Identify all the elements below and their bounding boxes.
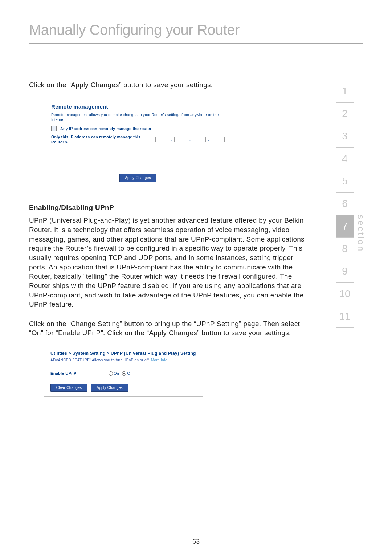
intro-paragraph: Click on the “Apply Changes” button to s…: [29, 80, 312, 90]
upnp-body: UPnP (Universal Plug-and-Play) is yet an…: [29, 216, 312, 309]
more-info-link[interactable]: More Info: [151, 358, 167, 362]
enable-upnp-label: Enable UPnP: [50, 371, 109, 376]
upnp-off-label: Off: [127, 371, 132, 376]
upnp-on-label: On: [114, 371, 119, 376]
section-nav-item-6[interactable]: 6: [336, 193, 354, 215]
upnp-panel-desc: ADVANCED FEATURE! Allows you to turn UPn…: [50, 358, 196, 363]
remote-management-panel: Remote management Remote management allo…: [44, 98, 232, 190]
ip-octet-3-input[interactable]: [193, 137, 206, 142]
section-nav-item-9[interactable]: 9: [336, 260, 354, 283]
section-nav: 1234567891011: [327, 80, 363, 328]
remote-heading: Remote management: [51, 103, 225, 110]
upnp-body-2: Click on the “Change Setting” button to …: [29, 319, 312, 338]
ip-octet-2-input[interactable]: [174, 137, 187, 142]
content-column: Click on the “Apply Changes” button to s…: [29, 80, 312, 407]
section-nav-item-10[interactable]: 10: [336, 283, 354, 305]
any-ip-checkbox[interactable]: [51, 126, 57, 131]
section-nav-item-1[interactable]: 1: [336, 80, 354, 103]
section-nav-item-2[interactable]: 2: [336, 103, 354, 125]
page-title: Manually Configuring your Router: [29, 22, 363, 44]
apply-changes-button-2[interactable]: Apply Changes: [91, 384, 128, 392]
upnp-on-radio[interactable]: [109, 371, 113, 376]
section-nav-item-3[interactable]: 3: [336, 125, 354, 148]
upnp-breadcrumb: Utilities > System Setting > UPnP (Unive…: [50, 350, 196, 356]
section-nav-item-8[interactable]: 8: [336, 238, 354, 260]
section-nav-item-11[interactable]: 11: [336, 305, 354, 328]
only-ip-label: Only this IP address can remotely manage…: [51, 134, 153, 145]
ip-octet-1-input[interactable]: [155, 137, 168, 142]
upnp-setting-panel: Utilities > System Setting > UPnP (Unive…: [44, 346, 203, 397]
upnp-off-radio[interactable]: [122, 371, 126, 376]
section-nav-item-5[interactable]: 5: [336, 170, 354, 193]
any-ip-label: Any IP address can remotely manage the r…: [60, 126, 151, 131]
clear-changes-button[interactable]: Clear Changes: [50, 384, 87, 392]
section-label: section: [356, 215, 366, 252]
ip-octet-4-input[interactable]: [212, 137, 225, 142]
section-nav-item-4[interactable]: 4: [336, 148, 354, 170]
page-number: 63: [192, 538, 200, 545]
upnp-subheading: Enabling/Disabling UPnP: [29, 203, 312, 212]
section-sidebar: section 1234567891011: [327, 80, 363, 407]
remote-desc: Remote management allows you to make cha…: [51, 113, 225, 122]
apply-changes-button[interactable]: Apply Changes: [119, 174, 156, 182]
section-nav-item-7[interactable]: 7: [336, 215, 354, 238]
